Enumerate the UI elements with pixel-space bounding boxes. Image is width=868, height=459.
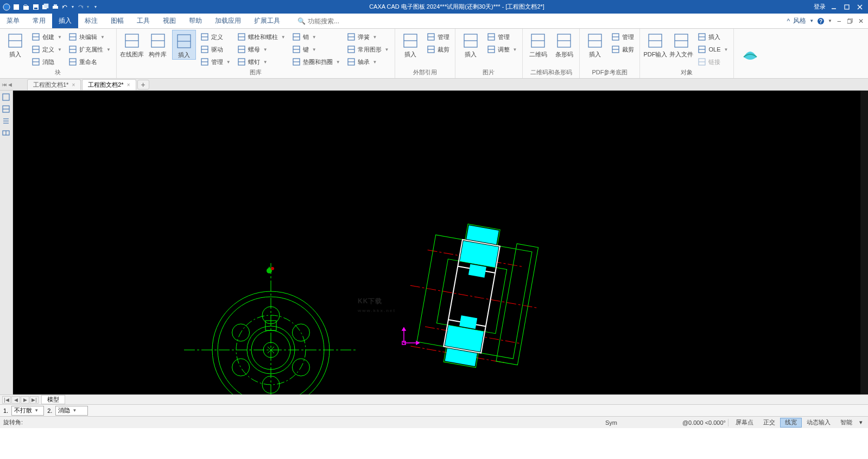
new-document-tab-button[interactable]: + (137, 80, 149, 90)
tab-tools[interactable]: 工具 (130, 14, 156, 28)
tab-load-app[interactable]: 加载应用 (208, 14, 248, 28)
ribbon-pin-button[interactable]: 销▼ (290, 31, 343, 43)
ribbon-bolt-button[interactable]: 螺栓和螺柱▼ (235, 31, 288, 43)
ribbon-part-lib-button[interactable]: 构件库 (146, 30, 170, 59)
minimize-button[interactable] (829, 2, 839, 12)
svg-rect-1 (14, 4, 19, 10)
palette-icon-2[interactable] (2, 105, 11, 114)
ribbon-bearing-button[interactable]: 轴承▼ (345, 56, 391, 68)
palette-icon-3[interactable] (2, 117, 11, 126)
ribbon-ext-attr-button[interactable]: 扩充属性▼ (66, 43, 113, 55)
tab-view[interactable]: 视图 (156, 14, 182, 28)
help-icon[interactable]: ? (817, 17, 825, 25)
tab-ext-tools[interactable]: 扩展工具 (248, 14, 287, 28)
ribbon-key-button[interactable]: 键▼ (290, 43, 343, 55)
close-doc-2-icon[interactable]: × (127, 82, 130, 88)
opt-combo-hide[interactable]: 消隐 ▼ (55, 406, 88, 416)
print-icon[interactable] (51, 3, 60, 11)
ribbon-spring-button[interactable]: 弹簧▼ (345, 31, 391, 43)
ribbon-manage-button[interactable]: 管理▼ (198, 56, 233, 68)
open-icon[interactable] (22, 3, 30, 11)
tab-nav-first-icon[interactable]: ⏮ (2, 82, 7, 87)
ribbon-shapes-button[interactable]: 常用图形▼ (345, 43, 391, 55)
status-btn-dyn-input[interactable]: 动态输入 (802, 418, 835, 428)
tab-nav-prev-icon[interactable]: ◀ (8, 82, 12, 87)
tab-insert[interactable]: 插入 (52, 14, 78, 28)
status-more-icon[interactable]: ▾ (857, 419, 865, 426)
ribbon-clip-button[interactable]: 裁剪 (425, 43, 452, 55)
ribbon-clip2-button[interactable]: 裁剪 (609, 43, 636, 55)
tab-sheet[interactable]: 图幅 (104, 14, 130, 28)
app-icon[interactable] (2, 3, 11, 11)
status-btn-screen-point[interactable]: 屏幕点 (731, 418, 758, 428)
tab-menu[interactable]: 菜单 (0, 14, 26, 28)
ribbon-drive-button[interactable]: 驱动 (198, 43, 233, 55)
palette-icon-1[interactable] (2, 93, 11, 103)
status-btn-lineweight[interactable]: 线宽 (780, 418, 802, 428)
status-btn-ortho[interactable]: 正交 (758, 418, 780, 428)
ribbon-obj-insert-button[interactable]: 插入 (695, 31, 730, 43)
ribbon-rename-button[interactable]: 重命名 (66, 56, 113, 68)
help-dropdown-icon[interactable]: ▼ (828, 18, 832, 23)
ribbon-washer-button[interactable]: 垫圈和挡圈▼ (290, 56, 343, 68)
layout-nav-next-icon[interactable]: ▶ (21, 396, 29, 404)
ribbon-define2-button[interactable]: 定义 (198, 31, 233, 43)
canvas-scrollbar[interactable] (860, 91, 868, 394)
ribbon-define-button[interactable]: 定义▼ (29, 43, 64, 55)
style-label[interactable]: 风格 (793, 16, 806, 25)
ribbon-online-lib-button[interactable]: 在线图库 (120, 30, 144, 59)
drawing-canvas[interactable]: KK下载 www.kkx.net (13, 91, 868, 394)
ribbon-block-edit-button[interactable]: 块编辑▼ (66, 31, 113, 43)
tab-annotate[interactable]: 标注 (78, 14, 104, 28)
model-tab[interactable]: 模型 (41, 395, 65, 404)
undo-dropdown-icon[interactable]: ▼ (71, 3, 75, 11)
mdi-minimize-icon[interactable]: ‒ (835, 17, 843, 25)
ribbon-hide-button[interactable]: 消隐 (29, 56, 64, 68)
maximize-button[interactable] (842, 2, 852, 12)
redo-icon[interactable] (76, 3, 85, 11)
save-all-icon[interactable] (41, 3, 50, 11)
ribbon-link-button[interactable]: 链接 (695, 56, 730, 68)
qat-more-icon[interactable]: ▾ (91, 3, 100, 11)
ribbon-screw-button[interactable]: 螺钉▼ (235, 56, 288, 68)
palette-icon-4[interactable] (2, 129, 11, 138)
ribbon-ole-button[interactable]: OLE▼ (695, 43, 730, 55)
ribbon-create-button[interactable]: 创建▼ (29, 31, 64, 43)
layout-nav-prev-icon[interactable]: ◀ (11, 396, 20, 404)
save-icon[interactable] (31, 3, 40, 11)
redo-dropdown-icon[interactable]: ▼ (86, 3, 90, 11)
ribbon-image-insert-button[interactable]: 插入 (459, 30, 483, 59)
document-tab-1[interactable]: 工程图文档1* × (27, 79, 81, 90)
mdi-restore-icon[interactable] (846, 17, 854, 25)
collapse-ribbon-icon[interactable]: ^ (787, 17, 790, 25)
mdi-close-icon[interactable]: ✕ (857, 17, 865, 25)
ribbon-search-input[interactable] (308, 17, 373, 25)
status-btn-smart[interactable]: 智能 (835, 418, 857, 428)
ribbon-manage4-button[interactable]: 管理 (609, 31, 636, 43)
ribbon-nut-button[interactable]: 螺母▼ (235, 43, 288, 55)
tab-help[interactable]: 帮助 (182, 14, 208, 28)
layout-nav-first-icon[interactable]: |◀ (2, 396, 11, 404)
close-button[interactable] (855, 2, 865, 12)
ribbon-merge-button[interactable]: 并入文件 (669, 30, 693, 59)
ribbon-barcode-button[interactable]: 条形码 (552, 30, 576, 59)
login-link[interactable]: 登录 (814, 3, 826, 11)
tab-common[interactable]: 常用 (26, 14, 52, 28)
ribbon-pdf-insert-button[interactable]: 插入 (583, 30, 607, 59)
undo-icon[interactable] (61, 3, 69, 11)
document-tab-2[interactable]: 工程图文档2* × (82, 79, 136, 90)
ribbon-manage3-button[interactable]: 管理 (485, 31, 519, 43)
ribbon-block-insert-button[interactable]: 插入 (3, 30, 27, 59)
ribbon-adjust-button[interactable]: 调整▼ (485, 43, 519, 55)
new-icon[interactable] (12, 3, 21, 11)
close-doc-1-icon[interactable]: × (72, 82, 75, 88)
ribbon-qr-button[interactable]: 二维码 (526, 30, 550, 59)
layout-nav-last-icon[interactable]: ▶| (30, 396, 39, 404)
opt-combo-break[interactable]: 不打散 ▼ (11, 406, 44, 416)
ribbon-pdf-in-button[interactable]: PDF输入 (643, 30, 667, 59)
ribbon-xref-insert-button[interactable]: 插入 (398, 30, 422, 59)
pdf-in-icon (647, 32, 664, 49)
style-dropdown-icon[interactable]: ▼ (809, 18, 814, 23)
ribbon-insert-lib-button[interactable]: 插入 (172, 30, 196, 60)
ribbon-manage2-button[interactable]: 管理 (425, 31, 452, 43)
